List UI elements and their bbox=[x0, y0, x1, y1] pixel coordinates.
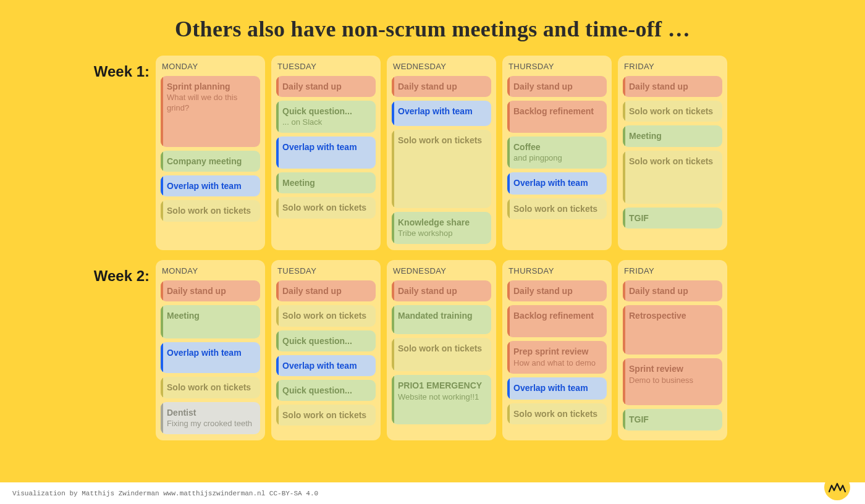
card-title: Solo work on tickets bbox=[282, 202, 369, 213]
cards-list: Daily stand upBacklog refinementCoffeean… bbox=[507, 76, 607, 219]
card-title: Prep sprint review bbox=[513, 346, 601, 357]
calendar-card: Overlap with team bbox=[161, 175, 260, 196]
day-column: FRIDAYDaily stand upRetrospectiveSprint … bbox=[618, 260, 727, 440]
card-subtitle: What will we do this grind? bbox=[167, 93, 254, 114]
calendar-card: Mandated training bbox=[392, 305, 491, 334]
card-title: Quick question... bbox=[282, 106, 369, 117]
card-title: Daily stand up bbox=[629, 81, 716, 92]
calendar-card: Solo work on tickets bbox=[392, 130, 491, 208]
day-column: THURSDAYDaily stand upBacklog refinement… bbox=[502, 56, 612, 250]
day-header: TUESDAY bbox=[276, 266, 376, 275]
weeks-container: Week 1:MONDAYSprint planningWhat will we… bbox=[0, 56, 865, 440]
card-title: Meeting bbox=[629, 130, 716, 141]
calendar-card: Solo work on tickets bbox=[276, 197, 376, 218]
card-title: Overlap with team bbox=[513, 382, 601, 393]
calendar-card: Sprint reviewDemo to business bbox=[623, 358, 722, 405]
calendar-card: Quick question... bbox=[276, 330, 376, 351]
day-header: MONDAY bbox=[161, 266, 260, 275]
calendar-card: TGIF bbox=[623, 208, 722, 229]
card-title: Daily stand up bbox=[167, 285, 254, 296]
calendar-card: Retrospective bbox=[623, 305, 722, 355]
day-header: FRIDAY bbox=[623, 266, 722, 275]
footer-text: Visualization by Matthijs Zwinderman www… bbox=[12, 490, 318, 497]
card-title: Solo work on tickets bbox=[513, 408, 601, 419]
calendar-card: Overlap with team bbox=[276, 355, 376, 376]
card-title: Daily stand up bbox=[282, 285, 369, 296]
calendar-card: TGIF bbox=[623, 409, 722, 430]
days-row: MONDAYSprint planningWhat will we do thi… bbox=[156, 56, 727, 250]
calendar-card: Daily stand up bbox=[507, 76, 607, 97]
card-title: Daily stand up bbox=[398, 285, 485, 296]
card-title: Solo work on tickets bbox=[398, 135, 485, 146]
calendar-card: Sprint planningWhat will we do this grin… bbox=[161, 76, 260, 147]
calendar-card: Company meeting bbox=[161, 151, 260, 172]
calendar-card: PRIO1 EMERGENCYWebsite not working!!1 bbox=[392, 375, 491, 424]
calendar-card: Daily stand up bbox=[392, 280, 491, 301]
calendar-card: Prep sprint reviewHow and what to demo bbox=[507, 341, 607, 373]
day-header: WEDNESDAY bbox=[392, 62, 491, 71]
card-title: Daily stand up bbox=[513, 285, 601, 296]
card-title: Retrospective bbox=[629, 310, 716, 321]
week-row: Week 2:MONDAYDaily stand upMeetingOverla… bbox=[0, 260, 865, 440]
footer: Visualization by Matthijs Zwinderman www… bbox=[0, 482, 865, 504]
cards-list: Daily stand upQuick question...... on Sl… bbox=[276, 76, 376, 219]
cards-list: Daily stand upOverlap with teamSolo work… bbox=[392, 76, 491, 244]
calendar-card: Daily stand up bbox=[161, 280, 260, 301]
card-title: Solo work on tickets bbox=[398, 343, 485, 354]
card-title: TGIF bbox=[629, 414, 716, 425]
card-title: Daily stand up bbox=[282, 81, 369, 92]
calendar-card: Solo work on tickets bbox=[507, 403, 607, 424]
cards-list: Daily stand upSolo work on ticketsQuick … bbox=[276, 280, 376, 426]
card-title: Backlog refinement bbox=[513, 310, 601, 321]
card-title: Sprint planning bbox=[167, 81, 254, 92]
calendar-card: Daily stand up bbox=[392, 76, 491, 97]
calendar-card: Solo work on tickets bbox=[507, 198, 607, 219]
calendar-card: Quick question...... on Slack bbox=[276, 101, 376, 133]
day-header: THURSDAY bbox=[507, 266, 607, 275]
calendar-card: Daily stand up bbox=[276, 76, 376, 97]
card-title: Meeting bbox=[282, 177, 369, 188]
card-title: Backlog refinement bbox=[513, 106, 601, 117]
days-row: MONDAYDaily stand upMeetingOverlap with … bbox=[156, 260, 727, 440]
calendar-card: Backlog refinement bbox=[507, 305, 607, 337]
calendar-card: Solo work on tickets bbox=[161, 377, 260, 398]
day-column: WEDNESDAYDaily stand upMandated training… bbox=[387, 260, 496, 440]
card-title: Overlap with team bbox=[513, 177, 601, 188]
card-title: Company meeting bbox=[167, 156, 254, 167]
calendar-card: Daily stand up bbox=[507, 280, 607, 301]
calendar-card: Meeting bbox=[161, 305, 260, 338]
card-title: Solo work on tickets bbox=[629, 106, 716, 117]
day-column: MONDAYSprint planningWhat will we do thi… bbox=[156, 56, 265, 250]
card-title: TGIF bbox=[629, 212, 716, 224]
card-title: Overlap with team bbox=[282, 141, 369, 153]
calendar-card: Daily stand up bbox=[623, 76, 722, 97]
card-title: Daily stand up bbox=[513, 81, 601, 92]
card-title: Solo work on tickets bbox=[629, 156, 716, 167]
card-title: Daily stand up bbox=[398, 81, 485, 92]
card-title: Overlap with team bbox=[282, 360, 369, 371]
card-title: Quick question... bbox=[282, 335, 369, 346]
card-subtitle: ... on Slack bbox=[282, 117, 369, 128]
calendar-card: Backlog refinement bbox=[507, 101, 607, 133]
card-title: Quick question... bbox=[282, 385, 369, 396]
card-subtitle: and pingpong bbox=[513, 153, 601, 164]
card-subtitle: Tribe workshop bbox=[398, 229, 485, 239]
cards-list: Daily stand upRetrospectiveSprint review… bbox=[623, 280, 722, 430]
calendar-card: Solo work on tickets bbox=[276, 405, 376, 426]
week-row: Week 1:MONDAYSprint planningWhat will we… bbox=[0, 56, 865, 250]
calendar-card: Quick question... bbox=[276, 380, 376, 401]
calendar-card: Overlap with team bbox=[392, 101, 491, 126]
calendar-card: Daily stand up bbox=[623, 280, 722, 301]
day-header: TUESDAY bbox=[276, 62, 376, 71]
cards-list: Daily stand upMeetingOverlap with teamSo… bbox=[161, 280, 260, 434]
calendar-card: Meeting bbox=[623, 125, 722, 146]
calendar-card: Coffeeand pingpong bbox=[507, 136, 607, 169]
calendar-card: Knowledge shareTribe workshop bbox=[392, 212, 491, 244]
day-header: THURSDAY bbox=[507, 62, 607, 71]
day-header: WEDNESDAY bbox=[392, 266, 491, 275]
week-label: Week 2: bbox=[82, 260, 156, 285]
card-subtitle: Website not working!!1 bbox=[398, 392, 485, 403]
cards-list: Daily stand upBacklog refinementPrep spr… bbox=[507, 280, 607, 424]
cards-list: Daily stand upMandated trainingSolo work… bbox=[392, 280, 491, 424]
card-title: Overlap with team bbox=[167, 180, 254, 191]
